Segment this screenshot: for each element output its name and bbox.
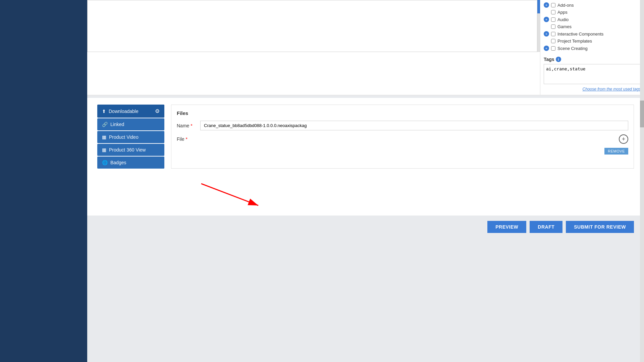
action-bar: PREVIEW DRAFT SUBMIT FOR REVIEW — [87, 216, 644, 238]
name-input[interactable] — [200, 121, 628, 130]
category-item-scene-creating: + Scene Creating — [540, 45, 644, 52]
top-wrapper: + Add-ons Apps + Audio Games — [87, 0, 644, 95]
tags-info-icon[interactable]: i — [556, 57, 561, 62]
product-360-icon: ▦ — [102, 147, 106, 153]
preview-button[interactable]: PREVIEW — [487, 221, 526, 233]
expand-scene[interactable]: + — [544, 46, 549, 51]
tags-title: Tags — [544, 57, 554, 62]
scrollbar-thumb — [537, 0, 540, 13]
category-item-apps: Apps — [540, 9, 644, 16]
arrow-svg — [87, 175, 644, 216]
category-label-interactive: Interactive Components — [557, 32, 603, 37]
nav-item-product-video[interactable]: ▦ Product Video — [97, 131, 164, 143]
left-nav: ⬆ Downloadable ⚙ 🔗 Linked ▦ Product Vide… — [97, 105, 164, 169]
tags-label: Tags i — [544, 57, 641, 62]
category-label-games: Games — [557, 24, 572, 29]
category-label-project-templates: Project Templates — [557, 39, 592, 44]
arrow-line — [201, 184, 258, 205]
tags-section: Tags i ai,crane,statue Choose from the m… — [540, 53, 644, 95]
checkbox-audio[interactable] — [551, 17, 555, 22]
submit-button[interactable]: SUBMIT FOR REVIEW — [566, 221, 634, 233]
remove-button[interactable]: REMOVE — [604, 148, 628, 155]
nav-item-linked[interactable]: 🔗 Linked — [97, 118, 164, 130]
category-item-audio: + Audio — [540, 16, 644, 23]
nav-label-product-360: Product 360 View — [109, 147, 146, 153]
arrow-annotation — [87, 175, 644, 216]
nav-item-badges[interactable]: 🌐 Badges — [97, 157, 164, 169]
textarea-scrollbar[interactable] — [537, 0, 540, 52]
checkbox-addons[interactable] — [551, 3, 555, 7]
file-field-row: File * + — [177, 134, 628, 144]
downloadable-icon: ⬆ — [102, 109, 106, 114]
nav-label-product-video: Product Video — [109, 134, 139, 140]
nav-label-badges: Badges — [110, 160, 126, 165]
category-label-scene-creating: Scene Creating — [557, 46, 588, 51]
badges-icon: 🌐 — [102, 160, 108, 165]
add-file-button[interactable]: + — [619, 134, 628, 144]
checkbox-games[interactable] — [551, 24, 555, 29]
product-video-icon: ▦ — [102, 134, 106, 140]
categories-list: + Add-ons Apps + Audio Games — [540, 0, 644, 53]
nav-label-downloadable: Downloadable — [109, 109, 139, 114]
name-label: Name * — [177, 123, 197, 128]
categories-panel: + Add-ons Apps + Audio Games — [540, 0, 644, 95]
file-required: * — [184, 136, 187, 142]
page-scrollbar-thumb — [640, 101, 644, 127]
middle-section: ⬆ Downloadable ⚙ 🔗 Linked ▦ Product Vide… — [87, 95, 644, 175]
nav-label-linked: Linked — [110, 122, 124, 127]
checkbox-project-templates[interactable] — [551, 39, 555, 43]
expand-addons[interactable]: + — [544, 2, 549, 8]
category-item-interactive: + Interactive Components — [540, 30, 644, 38]
category-label-audio: Audio — [557, 17, 569, 22]
nav-item-downloadable[interactable]: ⬆ Downloadable ⚙ — [97, 105, 164, 118]
category-item-project-templates: Project Templates — [540, 38, 644, 45]
choose-tags-link[interactable]: Choose from the most used tags — [544, 87, 641, 92]
expand-interactive[interactable]: + — [544, 31, 549, 37]
linked-icon: 🔗 — [102, 122, 108, 127]
name-required: * — [189, 123, 192, 128]
description-textarea[interactable] — [87, 0, 537, 52]
main-content: + Add-ons Apps + Audio Games — [87, 0, 644, 362]
files-panel: Files Name * File * + REMOVE — [171, 105, 634, 169]
category-item-games: Games — [540, 23, 644, 30]
draft-button[interactable]: DRAFT — [530, 221, 562, 233]
files-title: Files — [177, 110, 628, 116]
name-field-row: Name * — [177, 121, 628, 130]
checkbox-apps[interactable] — [551, 10, 555, 14]
category-label-apps: Apps — [557, 10, 568, 15]
checkbox-scene-creating[interactable] — [551, 46, 555, 51]
category-label-addons: Add-ons — [557, 3, 574, 8]
checkbox-interactive[interactable] — [551, 32, 555, 36]
file-label: File * — [177, 136, 197, 142]
sidebar — [0, 0, 87, 362]
tags-input[interactable]: ai,crane,statue — [544, 64, 641, 84]
nav-item-product-360[interactable]: ▦ Product 360 View — [97, 144, 164, 156]
downloadable-settings-icon[interactable]: ⚙ — [155, 108, 160, 114]
description-area — [87, 0, 537, 95]
expand-audio[interactable]: + — [544, 17, 549, 22]
page-scrollbar[interactable] — [640, 0, 644, 362]
category-item-addons: + Add-ons — [540, 1, 644, 9]
